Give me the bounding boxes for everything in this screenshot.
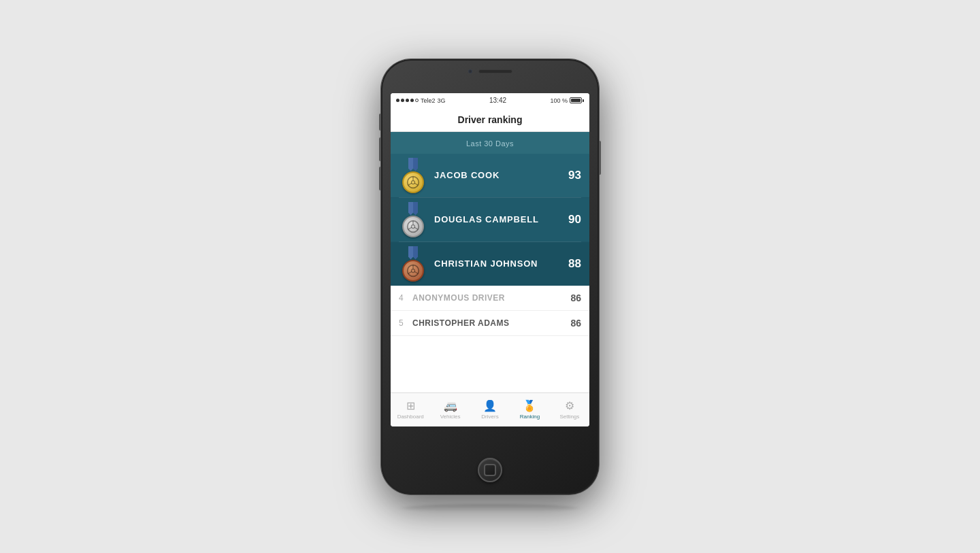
tab-vehicles[interactable]: 🚐 Vehicles: [430, 393, 470, 426]
tab-bar: ⊞ Dashboard 🚐 Vehicles 👤 Drivers 🏅 Ranki…: [391, 392, 589, 426]
tab-settings[interactable]: ⚙ Settings: [550, 393, 589, 426]
svg-line-3: [408, 183, 412, 185]
carrier-name: Tele2: [421, 97, 436, 104]
phone-reflection: [403, 504, 577, 512]
rank-5-number: 5: [399, 318, 412, 328]
steering-wheel-icon-2: [406, 220, 420, 233]
svg-line-14: [414, 271, 418, 273]
svg-line-9: [414, 227, 418, 229]
settings-label: Settings: [559, 414, 579, 420]
signal-dots: [396, 99, 419, 102]
power-button: [599, 141, 601, 175]
rank-2-medal: [399, 202, 427, 237]
ribbon-left-3: [408, 246, 413, 260]
status-time: 13:42: [489, 97, 506, 104]
rank-4-name: ANONYMOUS DRIVER: [412, 293, 570, 303]
svg-point-1: [412, 180, 415, 184]
rank-1-medal: [399, 158, 427, 193]
dashboard-label: Dashboard: [397, 414, 424, 420]
rank-3-ribbon: [408, 246, 418, 260]
rank-1-row[interactable]: JACOB COOK 93: [391, 154, 589, 197]
period-bar: Last 30 Days: [391, 132, 589, 154]
bronze-medal: [402, 260, 424, 282]
tab-ranking[interactable]: 🏅 Ranking: [510, 393, 549, 426]
signal-dot-4: [410, 99, 414, 102]
rank-1-ribbon: [408, 158, 418, 171]
home-button[interactable]: [478, 458, 502, 482]
drivers-label: Drivers: [481, 414, 498, 420]
top3-section: JACOB COOK 93: [391, 154, 589, 286]
front-camera: [468, 69, 473, 74]
ribbon-left-2: [408, 202, 413, 216]
svg-point-11: [412, 269, 415, 272]
battery-body: [570, 97, 582, 103]
vehicles-icon: 🚐: [444, 399, 457, 412]
volume-up-button: [379, 137, 381, 161]
rank-4-row[interactable]: 4 ANONYMOUS DRIVER 86: [391, 286, 589, 311]
rank-4-number: 4: [399, 293, 412, 303]
rank-2-ribbon: [408, 202, 418, 216]
svg-line-8: [408, 227, 412, 229]
earpiece-speaker: [478, 69, 512, 73]
svg-line-4: [414, 183, 418, 185]
rank-2-row[interactable]: DOUGLAS CAMPBELL 90: [391, 198, 589, 241]
phone-top-bar: [468, 69, 512, 74]
network-type: 3G: [438, 97, 446, 104]
app-header: Driver ranking: [391, 108, 589, 132]
rank-5-row[interactable]: 5 CHRISTOPHER ADAMS 86: [391, 311, 589, 336]
rank-1-score: 93: [562, 169, 581, 182]
rank-4-score: 86: [570, 292, 581, 303]
steering-wheel-icon-3: [406, 264, 420, 278]
silver-medal: [402, 216, 424, 237]
signal-dot-5: [415, 99, 419, 102]
phone-body: Tele2 3G 13:42 100 % Driver ranking: [381, 59, 599, 495]
ribbon-right: [413, 158, 418, 171]
rank-3-name: CHRISTIAN JOHNSON: [434, 258, 562, 269]
home-button-inner: [484, 464, 496, 476]
tab-dashboard[interactable]: ⊞ Dashboard: [391, 393, 430, 426]
signal-dot-3: [406, 99, 409, 102]
drivers-icon: 👤: [483, 399, 497, 412]
steering-wheel-icon: [406, 175, 420, 189]
battery-percent: 100 %: [550, 97, 568, 104]
vehicles-label: Vehicles: [440, 414, 461, 420]
gold-medal: [402, 171, 424, 193]
svg-point-6: [412, 224, 415, 228]
ribbon-left: [408, 158, 413, 171]
other-drivers-section: 4 ANONYMOUS DRIVER 86 5 CHRISTOPHER ADAM…: [391, 286, 589, 336]
rank-3-score: 88: [562, 257, 581, 271]
ribbon-right-2: [413, 202, 418, 216]
battery-fill: [571, 99, 581, 102]
rank-3-medal: [399, 246, 427, 282]
svg-line-13: [408, 271, 412, 273]
rank-5-name: CHRISTOPHER ADAMS: [412, 318, 570, 328]
rank-2-score: 90: [562, 213, 581, 227]
mute-button: [379, 114, 381, 131]
ribbon-right-3: [413, 246, 418, 260]
rank-5-score: 86: [570, 318, 581, 329]
ranking-icon: 🏅: [523, 399, 536, 412]
signal-dot-1: [396, 99, 399, 102]
status-bar: Tele2 3G 13:42 100 %: [391, 93, 589, 108]
settings-icon: ⚙: [565, 399, 574, 412]
phone-screen: Tele2 3G 13:42 100 % Driver ranking: [391, 93, 589, 426]
status-right: 100 %: [550, 97, 584, 104]
period-label: Last 30 Days: [466, 139, 514, 148]
tab-drivers[interactable]: 👤 Drivers: [470, 393, 510, 426]
phone-device: Tele2 3G 13:42 100 % Driver ranking: [381, 59, 599, 495]
rank-2-name: DOUGLAS CAMPBELL: [434, 214, 562, 224]
page-title: Driver ranking: [458, 114, 523, 125]
ranking-label: Ranking: [520, 414, 540, 420]
status-left: Tele2 3G: [396, 97, 446, 104]
dashboard-icon: ⊞: [406, 399, 415, 412]
volume-down-button: [379, 167, 381, 190]
battery-tip: [583, 99, 584, 102]
signal-dot-2: [401, 99, 404, 102]
rank-3-row[interactable]: CHRISTIAN JOHNSON 88: [391, 242, 589, 286]
rank-1-name: JACOB COOK: [434, 170, 562, 180]
battery-icon: [570, 97, 584, 103]
